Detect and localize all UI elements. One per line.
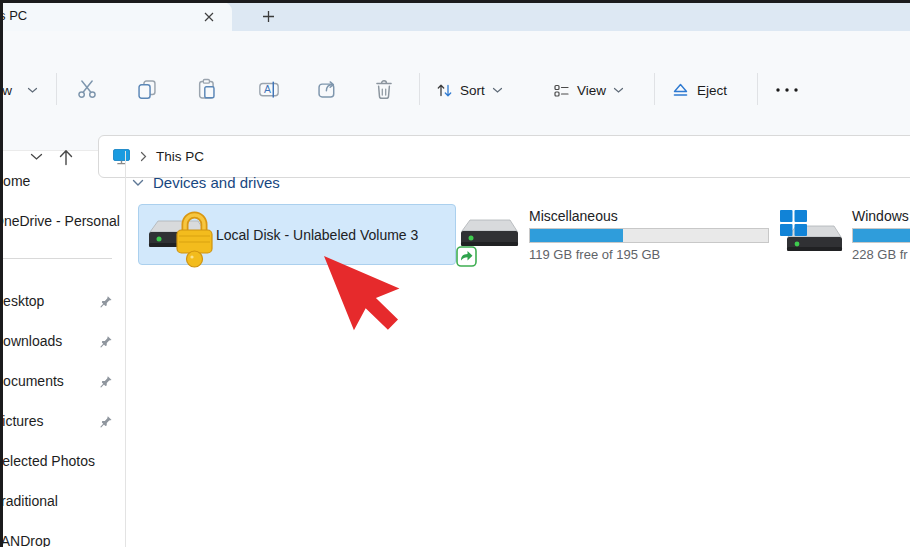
- capacity-text: 228 GB fr: [852, 247, 910, 262]
- sidebar-item-traditional[interactable]: Traditional: [0, 483, 125, 519]
- eject-button[interactable]: Eject: [667, 73, 731, 107]
- copy-button[interactable]: [136, 78, 158, 100]
- tab-close-button[interactable]: [200, 8, 218, 26]
- sidebar-item-desktop[interactable]: Desktop: [0, 283, 125, 319]
- sidebar-item-label: OneDrive - Personal: [0, 213, 120, 229]
- view-button-label: View: [577, 83, 606, 98]
- windows-drive-icon: [776, 206, 848, 264]
- drive-name: Local Disk - Unlabeled Volume 3: [216, 227, 418, 243]
- paste-button[interactable]: [196, 78, 218, 100]
- sidebar-item-label: Selected Photos: [0, 453, 95, 469]
- capacity-bar-fill: [853, 229, 910, 242]
- sidebar-item-home[interactable]: Home: [0, 163, 125, 199]
- eject-icon: [671, 82, 690, 99]
- cut-button[interactable]: [76, 78, 98, 100]
- view-button[interactable]: View: [549, 73, 628, 107]
- toolbar-separator: [757, 73, 758, 105]
- delete-button[interactable]: [373, 78, 395, 100]
- ellipsis-icon: [774, 86, 800, 94]
- breadcrumb-location[interactable]: This PC: [156, 149, 204, 164]
- command-bar: New A: [0, 31, 910, 151]
- sidebar-item-downloads[interactable]: Downloads: [0, 323, 125, 359]
- close-icon: [204, 12, 214, 22]
- sidebar-item-label: Pictures: [0, 413, 44, 429]
- sort-button-label: Sort: [460, 83, 485, 98]
- drive-tile-miscellaneous[interactable]: Miscellaneous 119 GB free of 195 GB: [458, 204, 780, 265]
- breadcrumb-chevron-icon: [140, 151, 147, 162]
- pin-icon: [100, 415, 113, 428]
- sort-button[interactable]: Sort: [432, 73, 507, 107]
- group-header-label: Devices and drives: [153, 174, 280, 191]
- sidebar-item-onedrive[interactable]: OneDrive - Personal: [0, 203, 125, 239]
- plus-icon: [262, 10, 275, 23]
- drive-name: Miscellaneous: [529, 208, 769, 224]
- pin-icon: [100, 295, 113, 308]
- address-bar[interactable]: This PC: [98, 135, 910, 178]
- tab-bar: This PC: [0, 0, 910, 31]
- toolbar-separator: [56, 73, 57, 105]
- view-icon: [553, 82, 570, 99]
- collapse-chevron-icon: [132, 179, 144, 187]
- toolbar-separator: [419, 73, 420, 105]
- sidebar-item-pictures[interactable]: Pictures: [0, 403, 125, 439]
- tab-this-pc[interactable]: This PC: [0, 2, 232, 31]
- sidebar-item-landrop[interactable]: LANDrop: [0, 523, 125, 547]
- capacity-bar-fill: [530, 229, 623, 242]
- file-explorer-window: This PC New: [0, 0, 910, 547]
- drive-icon-wrap: [776, 206, 848, 264]
- new-button[interactable]: New: [0, 73, 42, 107]
- chevron-down-icon: [613, 87, 624, 94]
- sidebar-item-label: LANDrop: [0, 533, 51, 547]
- svg-text:A: A: [264, 84, 271, 95]
- sidebar-separator: [0, 258, 112, 259]
- drive-tile-windows[interactable]: Windows 228 GB fr: [776, 204, 910, 265]
- window-top-edge: [0, 0, 910, 3]
- pane-divider[interactable]: [125, 151, 126, 547]
- group-header-devices-and-drives[interactable]: Devices and drives: [132, 174, 280, 191]
- toolbar-separator: [654, 73, 655, 105]
- drive-name: Windows: [852, 208, 910, 224]
- share-button[interactable]: [316, 78, 338, 100]
- chevron-down-icon: [30, 153, 43, 161]
- sidebar-item-label: Traditional: [0, 493, 58, 509]
- chevron-down-icon: [27, 87, 38, 94]
- drive-icon-wrap: [458, 206, 522, 264]
- locked-drive-icon: [144, 201, 222, 269]
- tab-title: This PC: [0, 8, 27, 23]
- sidebar-item-label: Desktop: [0, 293, 44, 309]
- rename-button[interactable]: A: [258, 78, 280, 100]
- eject-button-label: Eject: [697, 83, 727, 98]
- sidebar-item-documents[interactable]: Documents: [0, 363, 125, 399]
- pin-icon: [100, 335, 113, 348]
- sidebar-item-selected-photos[interactable]: Selected Photos: [0, 443, 125, 479]
- capacity-bar: [529, 228, 769, 243]
- capacity-bar: [852, 228, 910, 243]
- new-tab-button[interactable]: [256, 4, 280, 28]
- annotation-arrow: [312, 252, 432, 372]
- pin-icon: [100, 375, 113, 388]
- window-left-edge: [0, 0, 3, 547]
- shortcut-badge-icon: [456, 246, 477, 267]
- sidebar-item-label: Downloads: [0, 333, 62, 349]
- sidebar-item-label: Documents: [0, 373, 64, 389]
- chevron-down-icon: [492, 87, 503, 94]
- more-options-button[interactable]: [770, 73, 804, 107]
- capacity-text: 119 GB free of 195 GB: [529, 247, 769, 262]
- sort-icon: [436, 82, 453, 99]
- sidebar-item-label: Home: [0, 173, 30, 189]
